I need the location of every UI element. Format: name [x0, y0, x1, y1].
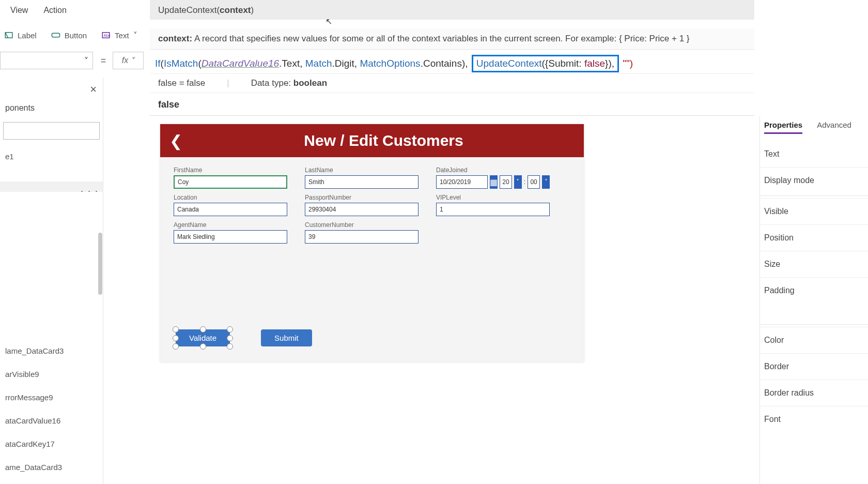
lastname-input[interactable]	[305, 175, 419, 189]
passport-label: PassportNumber	[305, 194, 419, 201]
chevron-down-icon: ˅	[84, 56, 88, 66]
datatype-value: boolean	[293, 78, 327, 88]
minute-select[interactable]: 00	[528, 175, 540, 189]
selection-handle[interactable]	[200, 326, 206, 332]
insert-text-text: Text	[115, 31, 129, 40]
prop-display-mode[interactable]: Display mode	[760, 167, 868, 193]
token-text: .Text,	[279, 58, 305, 69]
insert-ribbon: Label Button Abc Text ˅	[0, 25, 137, 46]
tree-node[interactable]: lame_DataCard3	[0, 339, 103, 362]
app-menu-bar: View Action	[0, 0, 67, 21]
text-icon: Abc	[101, 31, 111, 40]
prop-border-radius[interactable]: Border radius	[760, 380, 868, 406]
prop-padding[interactable]: Padding	[760, 277, 868, 304]
agent-input[interactable]	[174, 230, 287, 244]
selection-handle[interactable]	[200, 343, 206, 350]
firstname-label: FirstName	[174, 167, 287, 174]
custnum-input[interactable]	[305, 230, 419, 244]
form-header: ❮ New / Edit Customers	[160, 124, 584, 157]
field-agent: AgentName	[174, 221, 287, 244]
back-icon[interactable]: ❮	[169, 132, 182, 150]
hour-select[interactable]: 20	[500, 175, 512, 189]
vip-label: VIPLevel	[436, 194, 550, 201]
field-custnum: CustomerNumber	[305, 221, 419, 244]
validate-button-label: Validate	[189, 334, 216, 342]
token-contains: .Contains),	[421, 58, 471, 69]
token-ismatch: IsMatch	[164, 58, 198, 69]
prop-size[interactable]: Size	[760, 251, 868, 277]
tree-node[interactable]: rrorMessage9	[0, 386, 103, 409]
token-false: false	[584, 58, 605, 69]
tree-search-input[interactable]	[3, 122, 100, 140]
prop-position[interactable]: Position	[760, 224, 868, 251]
close-icon[interactable]: ×	[90, 83, 97, 96]
selection-handle[interactable]	[227, 343, 233, 350]
prop-border[interactable]: Border	[760, 353, 868, 380]
token-if: If	[155, 58, 161, 69]
chevron-down-icon: ˅	[133, 31, 137, 40]
eval-result: false = false	[158, 78, 205, 88]
selection-handle[interactable]	[173, 326, 179, 332]
prop-font[interactable]: Font	[760, 406, 868, 432]
location-input[interactable]	[174, 203, 287, 216]
formula-bar[interactable]: If(IsMatch(DataCardValue16.Text, Match.D…	[150, 52, 868, 75]
tree-node[interactable]: ame_DataCard3	[0, 456, 103, 479]
insert-label-text: Label	[18, 31, 37, 40]
selection-handle[interactable]	[173, 335, 179, 341]
field-passport: PassportNumber	[305, 194, 419, 216]
vip-input[interactable]	[436, 203, 550, 216]
tree-node[interactable]: e1	[0, 147, 103, 166]
datatype-label: Data type:	[251, 78, 293, 88]
datejoined-input[interactable]	[436, 175, 488, 189]
fx-button[interactable]: fx˅	[113, 52, 144, 69]
tree-tab-components[interactable]: ponents	[0, 81, 103, 117]
calendar-icon[interactable]: ▦	[490, 175, 498, 189]
help-param-name: context:	[158, 34, 192, 43]
token-updatecontext: UpdateContext	[476, 58, 542, 69]
chevron-down-icon[interactable]: ˅	[514, 175, 522, 189]
chevron-down-icon: ˅	[130, 56, 134, 66]
prop-color[interactable]: Color	[760, 327, 868, 353]
tree-node-selected[interactable]: · · ·	[0, 182, 103, 192]
firstname-input[interactable]	[174, 175, 287, 189]
lastname-label: LastName	[305, 167, 419, 174]
menu-view[interactable]: View	[10, 6, 28, 15]
field-vip: VIPLevel	[436, 194, 550, 216]
canvas-buttons: Validate Submit	[176, 329, 312, 346]
field-lastname: LastName	[305, 167, 419, 189]
tree-node[interactable]: arVisible9	[0, 362, 103, 386]
token-record-open: ({Submit:	[542, 58, 584, 69]
submit-button[interactable]: Submit	[261, 329, 312, 346]
location-label: Location	[174, 194, 287, 201]
custnum-label: CustomerNumber	[305, 221, 419, 229]
prop-text[interactable]: Text	[760, 134, 868, 167]
insert-button[interactable]: Button	[51, 31, 87, 40]
token-matchoptions: MatchOptions	[360, 58, 420, 69]
formula-result: false	[150, 94, 754, 116]
formula-highlight: UpdateContext({Submit: false}),	[472, 55, 619, 72]
datejoined-label: DateJoined	[436, 167, 550, 174]
passport-input[interactable]	[305, 203, 419, 216]
app-canvas: ❮ New / Edit Customers FirstName LastNam…	[160, 124, 584, 362]
menu-action[interactable]: Action	[43, 6, 66, 15]
equals-sign: =	[97, 52, 110, 69]
tree-view-pane: × ponents e1 · · · lame_DataCard3 arVisi…	[0, 78, 103, 484]
formula-eval-row: false = false | Data type: boolean	[150, 73, 754, 93]
validate-button[interactable]: Validate	[176, 329, 230, 346]
prop-visible[interactable]: Visible	[760, 198, 868, 224]
insert-label[interactable]: Label	[4, 31, 37, 40]
selection-handle[interactable]	[227, 326, 233, 332]
tab-advanced[interactable]: Advanced	[817, 120, 851, 134]
selection-handle[interactable]	[173, 343, 179, 350]
tree-node[interactable]: ataCardValue16	[0, 409, 103, 432]
more-icon[interactable]: · · ·	[81, 186, 99, 192]
property-selector[interactable]: ˅	[0, 52, 93, 69]
scrollbar-thumb[interactable]	[98, 233, 102, 295]
form-body: FirstName LastName DateJoined ▦ 20 ˅ : 0…	[160, 157, 584, 253]
tree-node[interactable]: ataCardKey17	[0, 432, 103, 456]
tab-properties[interactable]: Properties	[764, 120, 802, 134]
intellisense-help: context: A record that specifies new val…	[150, 28, 754, 50]
chevron-down-icon[interactable]: ˅	[542, 175, 550, 189]
insert-text[interactable]: Abc Text ˅	[101, 31, 137, 40]
selection-handle[interactable]	[227, 335, 233, 341]
